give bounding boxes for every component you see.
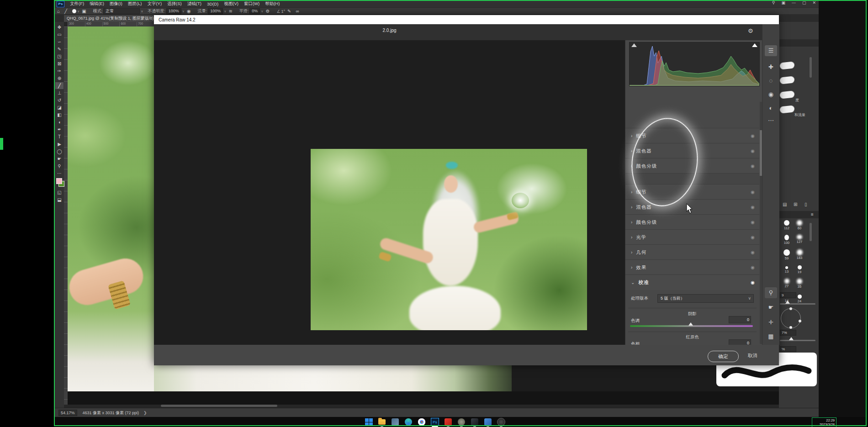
slider-thumb[interactable]	[789, 337, 794, 340]
menu-filter[interactable]: 滤镜(T)	[185, 1, 204, 7]
chevron-down-icon[interactable]: ∨	[261, 10, 263, 13]
minimize-button[interactable]: —	[792, 0, 796, 5]
brush-thumbnail[interactable]: 27	[781, 279, 793, 288]
eye-icon[interactable]: ◉	[751, 190, 755, 195]
brush-thumbnail[interactable]: 13	[781, 264, 793, 274]
frame-tool[interactable]: ⊠	[55, 60, 64, 67]
chevron-down-icon[interactable]: ∨	[182, 10, 185, 13]
symmetry-icon[interactable]: ∞	[296, 9, 299, 14]
hand-tool-icon[interactable]: ☛	[762, 304, 779, 311]
photos-app-icon[interactable]	[391, 418, 399, 426]
menu-image[interactable]: 图像(I)	[107, 1, 125, 7]
eye-icon[interactable]: ◉	[751, 163, 755, 169]
section-calibration[interactable]: ⌄ 校准 ◉	[625, 274, 759, 290]
flow-field[interactable]: 100%	[208, 8, 223, 14]
lasso-tool[interactable]: ∽	[55, 38, 64, 45]
brush-thumbnail[interactable]: 112	[781, 220, 793, 230]
tint-value-field[interactable]: 0	[729, 316, 751, 323]
quick-select-tool[interactable]: ✎	[55, 46, 64, 53]
trash-icon[interactable]: ▯	[804, 202, 807, 207]
brush-tip-icon[interactable]	[72, 9, 76, 13]
opacity-field[interactable]: 100%	[166, 8, 181, 14]
histogram[interactable]	[629, 42, 760, 86]
marquee-tool[interactable]: ▭	[55, 31, 64, 38]
pen-pressure-icon[interactable]: ✎	[287, 9, 291, 14]
sampler-tool-icon[interactable]: ✛	[762, 319, 779, 326]
shadow-clipping-icon[interactable]	[631, 43, 637, 47]
brush-extra-field[interactable]: %	[780, 346, 796, 352]
brush-thumbnail[interactable]: 60	[794, 220, 805, 230]
screen-mode-icon[interactable]: ⬓	[55, 196, 64, 203]
pressure-opacity-icon[interactable]: ◉	[187, 9, 191, 14]
file-explorer-icon[interactable]	[378, 418, 386, 426]
horizontal-scrollbar[interactable]	[161, 405, 277, 407]
eraser-tool[interactable]: ◪	[55, 104, 64, 111]
more-options-icon[interactable]: ⋯	[762, 117, 779, 124]
edit-sliders-icon[interactable]: ☰	[762, 47, 779, 54]
grid-tool-icon[interactable]: ▦	[762, 333, 779, 340]
brush-thumbnail[interactable]: 59	[781, 249, 793, 260]
status-chevron-icon[interactable]: ❯	[143, 411, 147, 415]
chevron-down-icon[interactable]: ∨	[224, 10, 226, 13]
zoom-tool-icon[interactable]: ⚲	[762, 289, 779, 296]
menu-type[interactable]: 文字(Y)	[144, 1, 164, 7]
panel-menu-icon[interactable]: ≡	[811, 212, 814, 217]
preview-image[interactable]	[311, 149, 587, 330]
eye-icon[interactable]: ◉	[751, 235, 755, 240]
stamp-tool[interactable]: ⊥	[55, 90, 64, 96]
photoshop-logo-icon[interactable]: Ps	[57, 1, 64, 7]
camera-raw-titlebar[interactable]: Camera Raw 14.2	[154, 15, 779, 24]
brush-thumbnail[interactable]: 19	[794, 264, 805, 274]
start-button[interactable]	[365, 418, 373, 426]
eye-icon[interactable]: ◉	[751, 220, 755, 225]
menu-help[interactable]: 帮助(H)	[262, 1, 282, 7]
zoom-level-field[interactable]: 54.17%	[58, 410, 77, 416]
zoom-tool[interactable]: ⚲	[55, 163, 64, 169]
move-tool[interactable]: ✥	[55, 24, 64, 31]
history-brush-tool[interactable]: ↺	[55, 97, 64, 104]
brush-preset-icon[interactable]: ╱	[64, 9, 67, 14]
brush-thumbnail[interactable]: 127	[794, 235, 805, 244]
shape-tool[interactable]: ◯	[55, 148, 64, 155]
brush-option-slider[interactable]	[780, 340, 815, 341]
slider-thumb[interactable]	[785, 300, 790, 304]
brush-tool[interactable]: ╱	[55, 82, 64, 89]
eye-icon[interactable]: ◉	[751, 148, 755, 153]
angle-value[interactable]: 1°	[281, 9, 285, 14]
path-select-tool[interactable]: ▶	[55, 141, 64, 148]
red-eye-icon[interactable]: ◉	[762, 91, 779, 98]
hand-tool[interactable]: ☛	[55, 155, 64, 162]
brush-stroke-preview[interactable]	[779, 90, 794, 99]
dark-app-icon[interactable]	[471, 418, 479, 426]
brush-stroke-preview[interactable]	[779, 76, 794, 84]
ok-button[interactable]: 确定	[708, 351, 739, 362]
brush-stroke-preview[interactable]	[779, 105, 794, 113]
taskbar-clock[interactable]: 22:29 2023/3/28	[812, 417, 836, 427]
eye-icon[interactable]: ◉	[751, 250, 755, 255]
camera-raw-preview-area[interactable]: 适应（47%） 30% ∨ ▣ ◨	[154, 40, 625, 345]
brush-thumbnail[interactable]: 100	[781, 235, 793, 245]
chrome-icon[interactable]	[418, 418, 426, 426]
eyedropper-tool[interactable]: ✑	[55, 68, 64, 74]
brush-thumbnail[interactable]: 35	[794, 279, 805, 289]
eye-icon[interactable]: ◉	[751, 280, 755, 285]
brush-angle-dial[interactable]	[781, 308, 801, 328]
eye-icon[interactable]: ◉	[751, 205, 755, 210]
section-geometry[interactable]: › 几何 ◉	[625, 244, 759, 260]
airbrush-icon[interactable]: ≋	[228, 9, 232, 14]
brush-thumbnail[interactable]: 183	[794, 249, 805, 260]
circle-app-icon[interactable]	[497, 418, 505, 426]
eye-icon[interactable]: ◉	[751, 133, 755, 138]
close-button[interactable]: ✕	[812, 0, 816, 5]
red-app-icon[interactable]	[444, 418, 452, 426]
crop-tool[interactable]: ◳	[55, 53, 64, 60]
panel-toggle-icon[interactable]: ▣	[82, 9, 86, 14]
menu-file[interactable]: 文件(F)	[67, 1, 87, 7]
edit-toolbar-icon[interactable]: ⋯	[55, 170, 64, 177]
brush-size-field[interactable]: 9	[780, 292, 796, 298]
gear-icon[interactable]: ⚙	[265, 9, 270, 14]
process-version-select[interactable]: 5 版（当前） ∨	[657, 294, 754, 303]
mode-select[interactable]: 正常	[103, 8, 140, 14]
quick-mask-icon[interactable]: ◱	[55, 189, 64, 196]
panel-scrollbar[interactable]	[810, 57, 812, 78]
